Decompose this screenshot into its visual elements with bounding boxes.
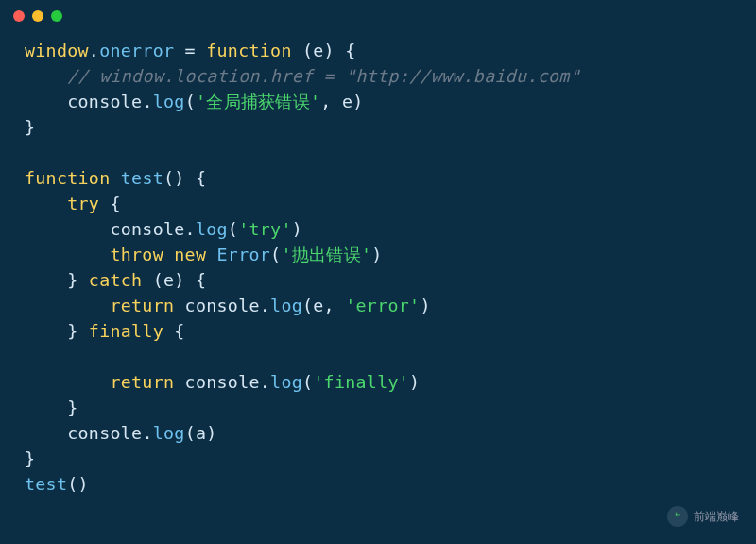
token-keyword: window <box>25 41 89 60</box>
code-line: console.log('全局捕获错误', e) <box>25 92 364 111</box>
watermark: ❝ 前端巅峰 <box>667 506 739 527</box>
close-icon[interactable] <box>13 10 25 22</box>
code-line: // window.location.href = "http://www.ba… <box>25 66 580 86</box>
code-line: } finally { <box>25 321 185 341</box>
code-block: window.onerror = function (e) { // windo… <box>0 32 756 516</box>
minimize-icon[interactable] <box>32 10 43 22</box>
code-line: } <box>25 398 78 417</box>
token-comment: // window.location.href = "http://www.ba… <box>67 66 580 86</box>
token-function: onerror <box>99 41 174 60</box>
code-line: } catch (e) { <box>25 270 206 290</box>
code-line: } <box>25 117 35 137</box>
code-line: function test() { <box>25 168 206 188</box>
code-line: return console.log('finally') <box>25 372 420 392</box>
code-line: return console.log(e, 'error') <box>25 296 431 315</box>
code-line: console.log(a) <box>25 423 217 443</box>
code-line: test() <box>25 474 89 494</box>
code-line: window.onerror = function (e) { <box>25 41 356 60</box>
code-window: window.onerror = function (e) { // windo… <box>0 0 756 544</box>
code-line: console.log('try') <box>25 219 302 239</box>
watermark-text: 前端巅峰 <box>694 509 739 525</box>
code-line: throw new Error('抛出错误') <box>25 245 383 264</box>
window-titlebar <box>0 0 756 32</box>
code-line: } <box>25 449 35 468</box>
token-string: '全局捕获错误' <box>196 92 320 111</box>
code-line: try { <box>25 194 121 213</box>
watermark-icon: ❝ <box>667 506 688 527</box>
maximize-icon[interactable] <box>51 10 62 22</box>
